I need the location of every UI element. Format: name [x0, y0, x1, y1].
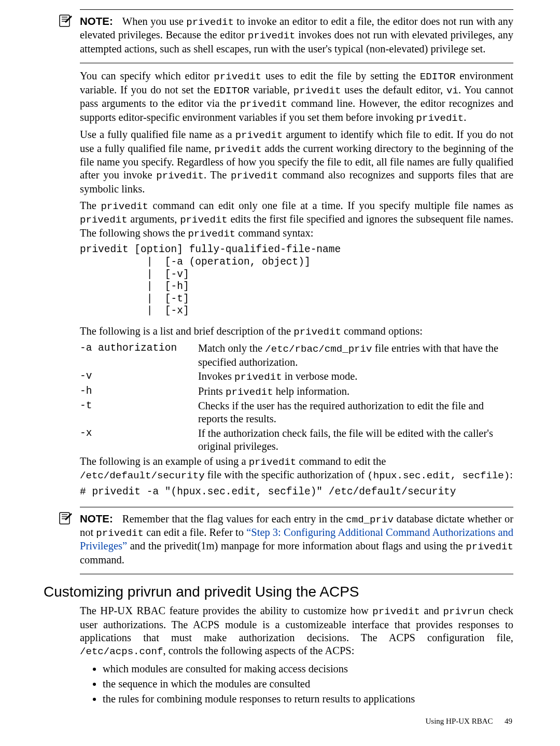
note1-text: NOTE:When you use privedit to invoke an … — [80, 15, 513, 56]
heading-customizing: Customizing privrun and privedit Using t… — [44, 584, 513, 600]
para-example-1: The following is an example of using a p… — [80, 455, 513, 468]
option-key: -a authorization — [80, 342, 198, 354]
option-desc: Checks if the user has the required auth… — [198, 399, 513, 425]
list-item: the sequence in which the modules are co… — [103, 677, 513, 690]
note-icon — [57, 510, 73, 526]
option-desc: Invokes privedit in verbose mode. — [198, 370, 513, 383]
note2-body: Remember that the flag values for each e… — [80, 513, 513, 565]
option-desc: Prints privedit help information. — [198, 385, 513, 398]
note-block-2: NOTE:Remember that the flag values for e… — [80, 507, 513, 575]
syntax-block: privedit [option] fully-qualified-file-n… — [80, 244, 513, 317]
option-desc: Match only the /etc/rbac/cmd_priv file e… — [198, 342, 513, 369]
option-row: -hPrints privedit help information. — [80, 385, 513, 398]
para-qualified: Use a fully qualified file name as a pri… — [80, 128, 513, 196]
list-item: which modules are consulted for making a… — [103, 662, 513, 675]
option-key: -t — [80, 399, 198, 411]
note2-text: NOTE:Remember that the flag values for e… — [80, 512, 513, 567]
option-row: -tChecks if the user has the required au… — [80, 399, 513, 425]
page-footer: Using HP-UX RBAC 49 — [80, 717, 512, 726]
option-key: -h — [80, 385, 198, 397]
para-editor: You can specify which editor privedit us… — [80, 70, 513, 125]
note1-label: NOTE: — [80, 15, 113, 27]
options-list: -a authorizationMatch only the /etc/rbac… — [80, 342, 513, 452]
para-options-lead: The following is a list and brief descri… — [80, 325, 513, 338]
option-row: -xIf the authorization check fails, the … — [80, 427, 513, 453]
option-key: -x — [80, 427, 198, 439]
note1-body: When you use privedit to invoke an edito… — [80, 16, 513, 54]
bullet-list: which modules are consulted for making a… — [80, 662, 513, 706]
list-item: the rules for combining module responses… — [103, 692, 513, 706]
link-step3[interactable]: “Step 3: Configuring Additional Command … — [80, 527, 513, 551]
svg-rect-4 — [60, 513, 69, 524]
option-row: -vInvokes privedit in verbose mode. — [80, 370, 513, 383]
para-acps: The HP-UX RBAC feature provides the abil… — [80, 604, 513, 658]
note-icon — [57, 13, 73, 29]
para-onefile: The privedit command can edit only one f… — [80, 199, 513, 240]
svg-rect-0 — [60, 15, 69, 26]
option-key: -v — [80, 370, 198, 382]
option-row: -a authorizationMatch only the /etc/rbac… — [80, 342, 513, 369]
option-desc: If the authorization check fails, the fi… — [198, 427, 513, 453]
note2-label: NOTE: — [80, 513, 113, 524]
note-block-1: NOTE:When you use privedit to invoke an … — [80, 9, 513, 63]
cmdline-example: # privedit -a "(hpux.sec.edit, secfile)"… — [80, 486, 513, 499]
para-example-2: /etc/default/security file with the spec… — [80, 468, 513, 482]
